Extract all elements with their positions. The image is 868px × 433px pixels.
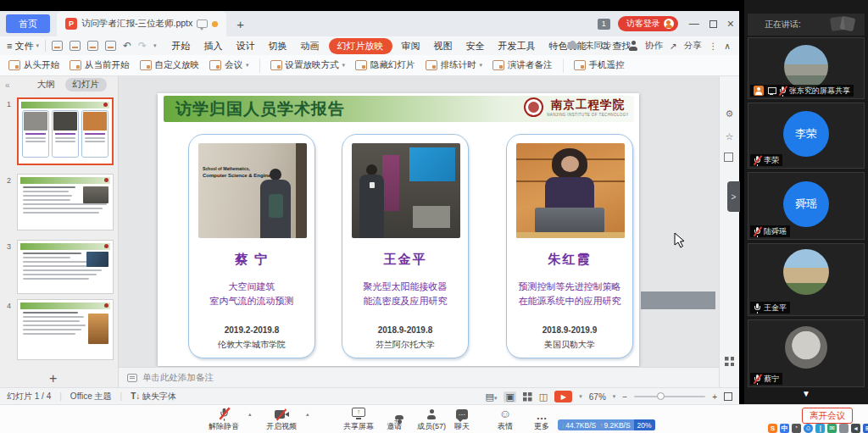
tab-review[interactable]: 审阅 [395, 38, 427, 54]
slide-sorter-view-icon[interactable] [523, 392, 532, 402]
tab-view[interactable]: 视图 [427, 38, 459, 54]
slide-thumbnail-2[interactable] [17, 174, 114, 230]
fit-slide-icon[interactable] [724, 392, 732, 401]
sogou-input-icon[interactable]: S [768, 424, 777, 433]
undo-icon[interactable]: ↶ [123, 40, 131, 52]
collapse-ribbon-icon[interactable]: ∧ [724, 41, 731, 51]
hide-slide-button[interactable]: 隐藏幻灯片 [350, 59, 420, 71]
slide-thumbnail-4[interactable] [17, 299, 114, 360]
participant-tile-3[interactable]: 舜瑶 陆舜瑶 [748, 172, 865, 240]
guest-login-button[interactable]: 访客登录 [618, 16, 678, 31]
photo-figure-badge [370, 182, 375, 188]
custom-show-button[interactable]: 自定义放映 [135, 59, 205, 71]
save-icon[interactable] [52, 41, 63, 51]
mail-tray-icon[interactable]: ✉ [827, 424, 837, 433]
new-tab-button[interactable]: + [236, 17, 244, 31]
editing-canvas[interactable]: 访学归国人员学术报告 南京工程学院 NANJING INSTITUTE OF T… [119, 76, 719, 367]
zoom-in-button[interactable]: + [712, 392, 717, 402]
start-video-button[interactable]: 开启视频 [259, 407, 303, 432]
leave-meeting-button[interactable]: 离开会议 [802, 408, 853, 424]
home-tab-button[interactable]: 首页 [6, 14, 50, 33]
ime-language-icon[interactable]: 中 [780, 424, 789, 433]
more-commands-icon[interactable]: ▾ [153, 42, 157, 49]
file-menu[interactable]: ≡ 文件 ▾ [7, 40, 39, 53]
print-icon[interactable] [87, 41, 98, 51]
scroll-more-participants-icon[interactable]: ▼ [802, 389, 810, 398]
more-menu-icon[interactable]: ⋮ [709, 41, 718, 51]
qq-tray-icon[interactable]: ☺ [804, 424, 813, 433]
chevron-down-icon: ▾ [618, 42, 621, 49]
pen-input-icon[interactable]: ’ [792, 424, 801, 433]
phone-remote-button[interactable]: 手机遥控 [569, 59, 630, 71]
notes-toggle-icon[interactable]: ▤▾ [486, 391, 498, 402]
document-tab[interactable]: P 访问学者汇报-三位老师.pptx [57, 11, 226, 36]
device-tray-icon[interactable] [839, 424, 849, 433]
participant-tile-5[interactable]: 蔡宁 [748, 319, 865, 387]
participant-tile-2[interactable]: 李荣 李荣 [748, 103, 865, 169]
zoom-level[interactable]: 67% [589, 392, 606, 402]
from-current-button[interactable]: 从当前开始 [64, 59, 135, 71]
slide-thumbnail-1[interactable] [17, 97, 114, 165]
meeting-button[interactable]: 会议▾ [204, 59, 254, 71]
video-options-icon[interactable]: ▴ [306, 411, 309, 418]
share-button[interactable]: 分享 [684, 40, 702, 52]
participant-tile-4[interactable]: 王金平 [748, 243, 865, 316]
add-slide-button[interactable]: + [49, 371, 57, 386]
zoom-out-button[interactable]: − [622, 392, 627, 402]
objects-icon[interactable] [726, 154, 733, 162]
setup-show-button[interactable]: 设置放映方式▾ [265, 59, 351, 71]
network-tray-icon[interactable]: ≋ [863, 424, 868, 433]
collapse-panel-icon[interactable]: « [5, 80, 10, 90]
zoom-slider[interactable] [634, 396, 705, 397]
mic-options-icon[interactable]: ▴ [248, 411, 252, 418]
tab-slideshow[interactable]: 幻灯片放映 [329, 38, 392, 54]
share-screen-button[interactable]: ↑ 共享屏幕 [336, 407, 381, 432]
volume-tray-icon[interactable]: ◂ [851, 424, 860, 433]
favorites-icon[interactable]: ☆ [726, 131, 734, 142]
missing-font-button[interactable]: T↓ 缺失字体 [131, 391, 176, 402]
chat-button[interactable]: … 聊天 [447, 407, 477, 432]
slide-thumbnail-3[interactable] [17, 240, 114, 294]
close-button[interactable]: × [727, 17, 734, 31]
properties-icon[interactable]: ⚙ [726, 108, 734, 119]
slide-1[interactable]: 访学归国人员学术报告 南京工程学院 NANJING INSTITUTE OF T… [158, 93, 639, 366]
normal-view-icon[interactable]: ▣ [504, 391, 515, 402]
maximize-button[interactable] [709, 20, 717, 28]
theme-name[interactable]: Office 主题 [70, 391, 112, 402]
play-options-icon[interactable]: ▾ [579, 393, 582, 400]
speaker-notes-button[interactable]: 演讲者备注 [487, 59, 558, 71]
rehearse-timing-button[interactable]: 排练计时▾ [420, 59, 488, 71]
slide-sorter-icon[interactable] [725, 357, 734, 366]
unmute-button[interactable]: 解除静音 [202, 407, 246, 432]
minimize-button[interactable]: — [689, 18, 699, 30]
output-icon[interactable] [70, 41, 81, 51]
comment-bubble-icon[interactable] [197, 19, 208, 28]
slides-tab[interactable]: 幻灯片 [65, 78, 108, 92]
participant-name: 王金平 [764, 303, 787, 314]
outline-tab[interactable]: 大纲 [37, 79, 55, 91]
zoom-slider-knob[interactable] [657, 392, 665, 400]
sidebar-expand-handle[interactable]: > [727, 181, 740, 212]
participant-tile-1[interactable]: 张东究的屏幕共享 [748, 37, 865, 99]
notes-bar[interactable]: 单击此处添加备注 [119, 367, 719, 387]
emoji-button[interactable]: ☺ 表情 [489, 407, 521, 432]
collaborate-button[interactable]: 协作 [645, 40, 663, 52]
tab-animation[interactable]: 动画 [294, 38, 326, 54]
tab-security[interactable]: 安全 [459, 38, 492, 54]
more-button[interactable]: … 更多 [526, 407, 558, 432]
redo-icon[interactable]: ↷ [138, 40, 147, 52]
invite-button[interactable]: + 邀请 [378, 407, 410, 432]
tab-design[interactable]: 设计 [230, 38, 262, 54]
tab-home[interactable]: 开始 [165, 38, 198, 54]
tab-devtools[interactable]: 开发工具 [492, 38, 542, 54]
tab-transition[interactable]: 切换 [262, 38, 294, 54]
mic-tray-icon[interactable]: ∣ [815, 424, 825, 433]
sync-status[interactable]: 未同步 [585, 40, 612, 52]
play-slideshow-button[interactable]: ▶ [554, 391, 572, 402]
print-preview-icon[interactable] [105, 41, 116, 51]
tab-insert[interactable]: 插入 [198, 38, 230, 54]
reading-view-icon[interactable]: ◫ [539, 391, 548, 402]
from-beginning-button[interactable]: 从头开始 [3, 59, 64, 71]
cpu-usage: 20% [634, 419, 655, 430]
zoom-options-icon[interactable]: ▾ [613, 393, 616, 400]
